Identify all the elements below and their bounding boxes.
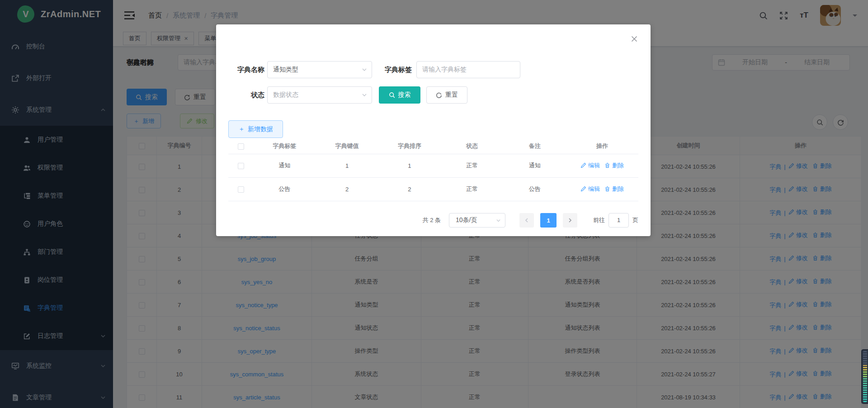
chevron-down-icon [362,67,367,72]
modal-dict-tag-input[interactable]: 请输入字典标签 [416,61,520,78]
header-status: 状态 [441,138,503,154]
page-size-select[interactable]: 10条/页 [449,213,505,228]
cell-status: 正常 [441,177,503,201]
select-placeholder: 数据状态 [273,91,298,99]
button-label: 搜索 [398,91,411,99]
cell-dict-sort: 1 [378,154,441,177]
select-value: 10条/页 [456,216,477,224]
table-row: 通知11正常通知编辑删除 [228,154,638,177]
goto-label: 前往 [593,216,605,224]
header-dict-sort: 字典排序 [378,138,441,154]
cell-dict-label: 通知 [253,154,316,177]
cell-status: 正常 [441,154,503,177]
delete-link[interactable]: 删除 [604,185,624,193]
pagination: 共 2 条 10条/页 1 前往 1 页 [423,213,638,228]
input-placeholder: 请输入字典标签 [422,66,467,74]
row-checkbox[interactable] [238,163,244,169]
modal-add-data-button[interactable]: ＋ 新增数据 [228,120,283,138]
goto-page-input[interactable]: 1 [609,213,629,228]
page-number-1[interactable]: 1 [540,213,557,228]
scrollbar-stripes [863,351,867,402]
chevron-down-icon [496,218,501,223]
header-remark: 备注 [504,138,566,154]
modal-dict-name-select[interactable]: 通知类型 [267,61,372,78]
select-value: 通知类型 [273,66,298,74]
edit-link[interactable]: 编辑 [580,161,600,170]
table-header-row: 字典标签 字典键值 字典排序 状态 备注 操作 [228,138,638,154]
dict-data-dialog: 字典名称 通知类型 字典标签 请输入字典标签 状态 数据状态 搜索 重置 [216,24,651,236]
scrollbar-minimap[interactable] [861,349,868,404]
dict-data-table: 字典标签 字典键值 字典排序 状态 备注 操作 通知11正常通知编辑删除公告22… [228,138,638,201]
edit-link[interactable]: 编辑 [580,185,600,193]
modal-status-label: 状态 [228,86,264,104]
pagination-total: 共 2 条 [423,216,441,224]
cell-actions: 编辑删除 [566,154,638,177]
cell-actions: 编辑删除 [566,177,638,201]
header-dict-value: 字典键值 [316,138,378,154]
modal-dict-name-label: 字典名称 [228,61,264,78]
header-dict-label: 字典标签 [253,138,316,154]
table-row: 公告22正常公告编辑删除 [228,177,638,201]
cell-dict-label: 公告 [253,177,316,201]
chevron-down-icon [362,92,367,98]
cell-dict-value: 1 [316,154,378,177]
plus-icon: ＋ [238,125,245,133]
prev-page-button[interactable] [519,213,534,228]
dict-data-table-body: 通知11正常通知编辑删除公告22正常公告编辑删除 [228,154,638,201]
dialog-close-icon[interactable] [631,35,638,43]
row-checkbox[interactable] [238,186,244,193]
button-label: 重置 [445,91,458,99]
page-suffix-label: 页 [632,216,638,224]
modal-status-select[interactable]: 数据状态 [267,86,372,104]
cell-remark: 通知 [504,154,566,177]
app-window: V ZrAdmin.NET 控制台 外部打开 系统管理 [0,0,868,408]
cell-dict-sort: 2 [378,177,441,201]
header-actions: 操作 [566,138,638,154]
delete-link[interactable]: 删除 [604,161,624,170]
button-label: 新增数据 [248,125,273,133]
cell-remark: 公告 [504,177,566,201]
modal-dict-tag-label: 字典标签 [376,61,412,78]
modal-search-button[interactable]: 搜索 [379,86,420,104]
next-page-button[interactable] [563,213,577,228]
modal-reset-button[interactable]: 重置 [426,86,467,104]
select-all-checkbox[interactable] [238,143,244,150]
cell-dict-value: 2 [316,177,378,201]
